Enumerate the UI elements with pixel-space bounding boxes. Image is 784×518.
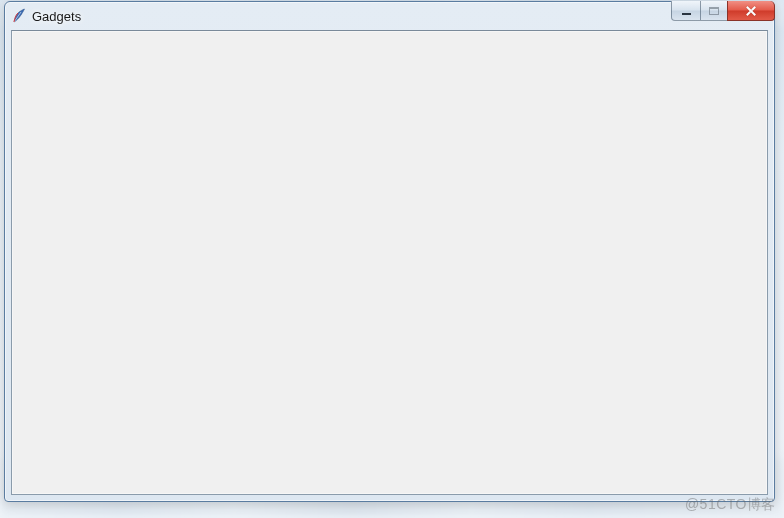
minimize-icon — [682, 12, 691, 15]
close-icon — [745, 6, 757, 16]
maximize-icon — [709, 7, 719, 15]
window-controls — [671, 1, 775, 21]
titlebar[interactable]: Gadgets — [5, 2, 774, 30]
client-area — [11, 30, 768, 495]
close-button[interactable] — [727, 1, 775, 21]
watermark: @51CTO博客 — [685, 496, 776, 514]
minimize-button[interactable] — [671, 1, 700, 21]
app-window: Gadgets — [4, 1, 775, 502]
tk-feather-icon — [11, 8, 27, 24]
window-title: Gadgets — [32, 9, 772, 24]
maximize-button[interactable] — [700, 1, 727, 21]
